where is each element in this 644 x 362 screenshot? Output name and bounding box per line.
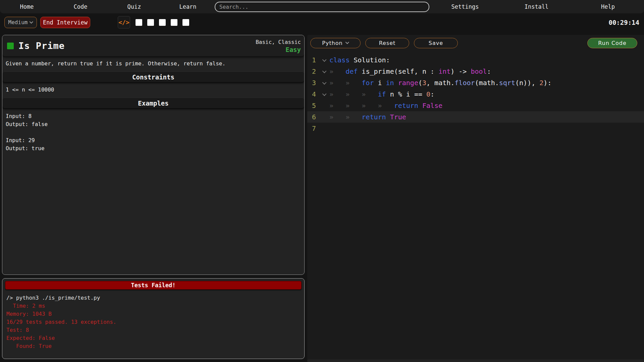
examples-block: Input: 8 Output: false Input: 29 Output:… bbox=[2, 109, 304, 156]
console-line: Found: True bbox=[6, 342, 300, 350]
constraints-header: Constraints bbox=[2, 71, 304, 82]
code-line[interactable]: 3» » for i in range(3, math.floor(math.s… bbox=[307, 77, 644, 88]
code-editor-panel: Python Reset Save Run Code 1class Soluti… bbox=[307, 35, 644, 362]
run-code-button[interactable]: Run Code bbox=[587, 38, 637, 48]
progress-square[interactable] bbox=[171, 19, 177, 26]
code-line[interactable]: 6» » return True bbox=[307, 111, 644, 123]
code-area[interactable]: 1class Solution:2» def is_prime(self, n … bbox=[307, 51, 644, 359]
test-console: /> python3 ./is_prime/test.py Time: 2 ms… bbox=[2, 291, 304, 353]
problem-header: Is Prime Basic, Classic Easy bbox=[2, 35, 304, 57]
nav-item-home[interactable]: Home bbox=[0, 3, 54, 10]
code-line[interactable]: 5» » » » return False bbox=[307, 100, 644, 111]
fold-chevron-icon[interactable] bbox=[320, 70, 329, 73]
language-select[interactable]: Python bbox=[310, 38, 361, 48]
constraints-text: 1 <= n <= 10000 bbox=[2, 82, 304, 98]
line-number: 6 bbox=[307, 113, 320, 121]
code-icon-glyph: </> bbox=[118, 19, 129, 26]
nav-item-settings[interactable]: Settings bbox=[429, 3, 501, 10]
code-text: » » return True bbox=[329, 113, 406, 121]
code-text: » » » if n % i == 0: bbox=[329, 90, 434, 98]
code-line[interactable]: 2» def is_prime(self, n : int) -> bool: bbox=[307, 66, 644, 77]
problem-title: Is Prime bbox=[18, 41, 65, 51]
progress-square[interactable] bbox=[147, 19, 154, 26]
fold-chevron-icon[interactable] bbox=[320, 93, 329, 96]
code-text: class Solution: bbox=[329, 56, 390, 64]
line-number: 1 bbox=[307, 56, 320, 64]
nav-item-code[interactable]: Code bbox=[54, 3, 107, 10]
editor-toolbar: Python Reset Save Run Code bbox=[307, 35, 644, 51]
interview-toolbar: Medium End Interview </> 00:29:14 bbox=[0, 13, 644, 31]
problem-tags: Basic, Classic bbox=[256, 39, 301, 46]
nav-item-quiz[interactable]: Quiz bbox=[107, 3, 161, 10]
code-line[interactable]: 1class Solution: bbox=[307, 54, 644, 66]
difficulty-select-value: Medium bbox=[8, 19, 28, 25]
nav-item-learn[interactable]: Learn bbox=[161, 3, 215, 10]
language-select-value: Python bbox=[322, 40, 342, 46]
fold-chevron-icon[interactable] bbox=[320, 59, 329, 62]
problem-status-square-icon bbox=[7, 43, 14, 49]
examples-header: Examples bbox=[2, 98, 304, 109]
code-text: » def is_prime(self, n : int) -> bool: bbox=[329, 67, 491, 75]
line-number: 3 bbox=[307, 79, 320, 87]
line-number: 4 bbox=[307, 90, 320, 98]
progress-square[interactable] bbox=[159, 19, 166, 26]
problem-meta: Basic, Classic Easy bbox=[256, 39, 301, 53]
code-line[interactable]: 7 bbox=[307, 123, 644, 134]
code-line[interactable]: 4» » » if n % i == 0: bbox=[307, 88, 644, 100]
line-number: 7 bbox=[307, 124, 320, 132]
console-line: /> python3 ./is_prime/test.py bbox=[6, 294, 300, 302]
problem-title-wrap: Is Prime bbox=[7, 41, 65, 51]
console-line: Expected: False bbox=[6, 334, 300, 342]
problem-progress-squares bbox=[136, 19, 189, 26]
code-icon[interactable]: </> bbox=[118, 16, 130, 28]
save-button[interactable]: Save bbox=[414, 38, 458, 48]
nav-item-install[interactable]: Install bbox=[501, 3, 572, 10]
difficulty-select[interactable]: Medium bbox=[4, 17, 37, 28]
problem-difficulty-badge: Easy bbox=[256, 46, 301, 53]
left-column: Is Prime Basic, Classic Easy Given a num… bbox=[2, 35, 305, 362]
line-number: 2 bbox=[307, 67, 320, 75]
reset-button[interactable]: Reset bbox=[365, 38, 409, 48]
nav-item-help[interactable]: Help bbox=[572, 3, 644, 10]
console-line: Time: 2 ms bbox=[6, 302, 300, 310]
line-number: 5 bbox=[307, 102, 320, 110]
end-interview-button[interactable]: End Interview bbox=[40, 17, 90, 28]
code-text: » » for i in range(3, math.floor(math.sq… bbox=[329, 79, 551, 87]
fold-chevron-icon[interactable] bbox=[320, 81, 329, 84]
nav-left-group: HomeCodeQuizLearn bbox=[0, 3, 215, 10]
nav-right-group: SettingsInstallHelp bbox=[429, 3, 644, 10]
problem-description: Given a number, return true if it is pri… bbox=[2, 57, 304, 71]
chevron-down-icon bbox=[345, 40, 349, 44]
console-line: Memory: 1043 B bbox=[6, 310, 300, 318]
tests-status-banner: Tests Failed! bbox=[5, 281, 302, 290]
main-area: Is Prime Basic, Classic Easy Given a num… bbox=[0, 31, 644, 362]
top-nav: HomeCodeQuizLearn SettingsInstallHelp bbox=[0, 0, 644, 13]
code-text: » » » » return False bbox=[329, 102, 442, 110]
progress-square[interactable] bbox=[136, 19, 142, 26]
problem-panel: Is Prime Basic, Classic Easy Given a num… bbox=[2, 35, 305, 275]
console-line: 16/29 tests passed. 13 exceptions. bbox=[6, 318, 300, 326]
console-line: Test: 8 bbox=[6, 326, 300, 334]
progress-square[interactable] bbox=[182, 19, 189, 26]
tests-panel: Tests Failed! /> python3 ./is_prime/test… bbox=[2, 278, 305, 359]
chevron-down-icon bbox=[30, 20, 33, 23]
horizontal-scrollbar[interactable] bbox=[307, 359, 644, 362]
search-input[interactable] bbox=[215, 2, 429, 12]
interview-timer: 00:29:14 bbox=[608, 19, 639, 26]
